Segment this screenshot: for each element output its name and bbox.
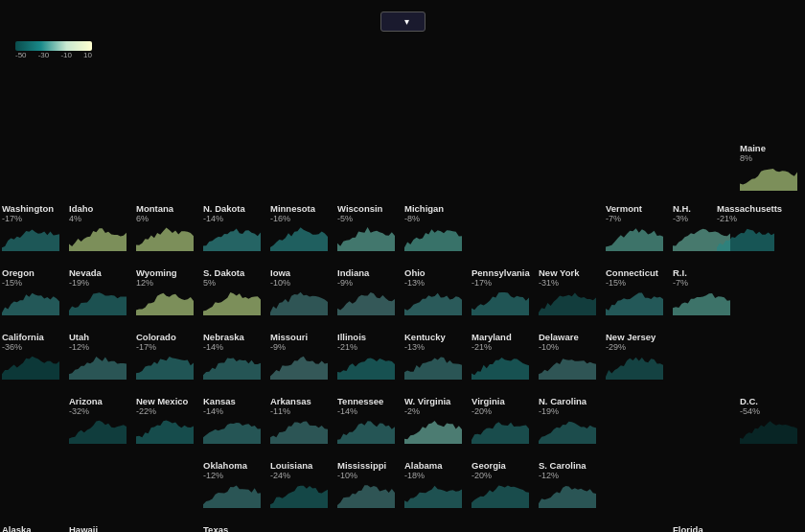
state-item-minnesota: Minnesota -16% <box>270 203 332 251</box>
state-value: -15% <box>2 278 63 288</box>
state-name: Maine <box>740 143 801 153</box>
state-name: New York <box>539 267 600 278</box>
state-name: R.I. <box>673 267 734 278</box>
state-name: Arizona <box>69 396 130 406</box>
state-name: Hawaii <box>69 524 130 532</box>
state-item-oklahoma: Oklahoma -12% <box>203 460 264 508</box>
state-name: Iowa <box>270 267 332 278</box>
state-value: -19% <box>539 406 600 416</box>
state-value: -22% <box>136 406 197 416</box>
state-item-colorado: Colorado -17% <box>136 332 197 380</box>
state-name: N. Carolina <box>539 396 600 406</box>
state-item-washington: Washington -17% <box>2 203 63 251</box>
state-name: Indiana <box>337 267 399 278</box>
state-item-wisconsin: Wisconsin -5% <box>337 203 399 251</box>
state-value: -7% <box>673 278 734 288</box>
state-item-tennessee: Tennessee -14% <box>337 396 399 444</box>
state-name: D.C. <box>740 396 801 406</box>
category-dropdown[interactable]: ▾ <box>380 12 426 32</box>
state-value: -14% <box>203 342 264 352</box>
state-value: -11% <box>270 406 332 416</box>
state-name: Louisiana <box>270 460 332 471</box>
state-value: -54% <box>740 406 801 416</box>
state-item-oregon: Oregon -15% <box>2 267 63 315</box>
state-name: Tennessee <box>337 396 399 406</box>
state-item-indiana: Indiana -9% <box>337 267 399 315</box>
state-value: -12% <box>203 471 264 480</box>
state-value: -14% <box>203 214 264 223</box>
state-item-utah: Utah -12% <box>69 332 130 380</box>
state-item-missouri: Missouri -9% <box>270 332 332 380</box>
state-name: Ohio <box>404 267 466 278</box>
state-name: Utah <box>69 332 130 342</box>
state-name: Wisconsin <box>337 203 399 214</box>
state-name: Wyoming <box>136 267 197 278</box>
state-item-montana: Montana 6% <box>136 203 197 251</box>
state-name: Missouri <box>270 332 332 342</box>
state-name: Alabama <box>404 460 466 471</box>
state-name: Vermont <box>606 203 667 214</box>
state-value: -18% <box>404 471 466 480</box>
state-item-massachusetts: Massachusetts -21% <box>717 203 778 251</box>
state-item-georgia: Georgia -20% <box>472 460 533 508</box>
state-item-pennsylvania: Pennsylvania -17% <box>472 267 533 315</box>
state-name: Kansas <box>203 396 264 406</box>
state-value: -17% <box>136 342 197 352</box>
state-value: -14% <box>337 406 399 416</box>
state-item-nebraska: Nebraska -14% <box>203 332 264 380</box>
legend-gradient-bar <box>15 41 92 51</box>
state-item-d-c-: D.C. -54% <box>740 396 801 444</box>
state-item-alabama: Alabama -18% <box>404 460 466 508</box>
state-name: Mississippi <box>337 460 399 471</box>
state-item-new-mexico: New Mexico -22% <box>136 396 197 444</box>
state-item-hawaii: Hawaii -37% <box>69 524 130 532</box>
state-item-kentucky: Kentucky -13% <box>404 332 466 380</box>
state-item-n--dakota: N. Dakota -14% <box>203 203 264 251</box>
state-name: W. Virginia <box>404 396 466 406</box>
state-value: -31% <box>539 278 600 288</box>
state-name: Georgia <box>472 460 533 471</box>
state-item-maryland: Maryland -21% <box>472 332 533 380</box>
state-value: -13% <box>404 342 466 352</box>
state-item-vermont: Vermont -7% <box>606 203 667 251</box>
state-item-nevada: Nevada -19% <box>69 267 130 315</box>
state-item-connecticut: Connecticut -15% <box>606 267 667 315</box>
state-name: Alaska <box>2 524 63 532</box>
state-value: -20% <box>472 406 533 416</box>
state-value: 12% <box>136 278 197 288</box>
state-name: N. Dakota <box>203 203 264 214</box>
state-value: -15% <box>606 278 667 288</box>
state-value: -32% <box>69 406 130 416</box>
state-value: -29% <box>606 342 667 352</box>
state-name: Virginia <box>472 396 533 406</box>
header: ▾ <box>0 0 805 39</box>
state-item-alaska: Alaska 15% <box>2 524 63 532</box>
state-item-maine: Maine 8% <box>740 143 801 191</box>
state-item-michigan: Michigan -8% <box>404 203 466 251</box>
page-container: ▾ -50 -30 -10 10 Maine 8% Wa <box>0 0 805 502</box>
state-item-n--carolina: N. Carolina -19% <box>539 396 600 444</box>
state-item-s--carolina: S. Carolina -12% <box>539 460 600 508</box>
state-name: Idaho <box>69 203 130 214</box>
state-value: -14% <box>203 406 264 416</box>
state-value: 5% <box>203 278 264 288</box>
state-item-wyoming: Wyoming 12% <box>136 267 197 315</box>
state-item-new-york: New York -31% <box>539 267 600 315</box>
state-value: -9% <box>337 278 399 288</box>
state-value: -21% <box>472 342 533 352</box>
state-name: Kentucky <box>404 332 466 342</box>
state-item-iowa: Iowa -10% <box>270 267 332 315</box>
state-item-arizona: Arizona -32% <box>69 396 130 444</box>
state-name: Illinois <box>337 332 399 342</box>
state-name: Florida <box>673 524 734 532</box>
state-value: -7% <box>606 214 667 223</box>
state-item-california: California -36% <box>2 332 63 380</box>
state-value: -19% <box>69 278 130 288</box>
state-value: -20% <box>472 471 533 480</box>
state-name: Michigan <box>404 203 466 214</box>
state-name: Oklahoma <box>203 460 264 471</box>
state-item-florida: Florida -31% <box>673 524 734 532</box>
state-value: -21% <box>337 342 399 352</box>
state-name: Montana <box>136 203 197 214</box>
state-value: -8% <box>404 214 466 223</box>
